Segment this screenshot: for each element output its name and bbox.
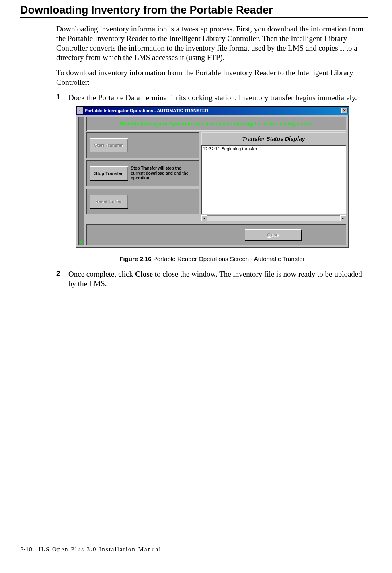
close-icon[interactable]: ✕ — [341, 108, 348, 113]
figure-caption-text: Portable Reader Operations Screen - Auto… — [152, 255, 305, 262]
step-text: Once complete, click Close to close the … — [68, 269, 368, 289]
reset-buffer-panel: Reset Buffer — [86, 189, 199, 214]
step-number: 2 — [56, 269, 68, 289]
stop-transfer-button[interactable]: Stop Transfer — [90, 166, 128, 180]
procedure-list-cont: 2 Once complete, click Close to close th… — [56, 269, 368, 289]
section-heading: Downloading Inventory from the Portable … — [20, 4, 368, 18]
stop-transfer-description: Stop Transfer will stop the current down… — [131, 166, 196, 181]
figure-caption: Figure 2.16 Portable Reader Operations S… — [56, 255, 368, 262]
system-icon: ▪ — [77, 107, 83, 114]
step-number: 1 — [56, 93, 68, 103]
stop-transfer-panel: Stop Transfer Stop Transfer will stop th… — [86, 160, 199, 186]
intro-paragraph-2: To download inventory information from t… — [56, 68, 368, 87]
footer-title: ILS Open Plus 3.0 Installation Manual — [39, 546, 162, 552]
scroll-right-icon[interactable]: ▸ — [340, 215, 346, 221]
start-transfer-panel: Start Transfer — [86, 132, 199, 158]
procedure-list: 1 Dock the Portable Data Terminal in its… — [56, 93, 368, 103]
page-number: 2-10 — [20, 546, 32, 552]
reset-buffer-button[interactable]: Reset Buffer — [90, 195, 128, 208]
figure-label: Figure 2.16 — [119, 255, 151, 262]
sidebar-strip: 2 — [78, 117, 84, 245]
step-text: Dock the Portable Data Terminal in its d… — [68, 93, 368, 103]
horizontal-scrollbar[interactable]: ◂ ▸ — [201, 215, 346, 221]
dialog-window: ▪ Portable Interrogator Operations - AUT… — [76, 106, 349, 248]
list-item: 2 Once complete, click Close to close th… — [56, 269, 368, 289]
detection-banner: Portable Interrogator Operations has det… — [86, 117, 346, 131]
window-title: Portable Interrogator Operations - AUTOM… — [85, 108, 341, 113]
titlebar[interactable]: ▪ Portable Interrogator Operations - AUT… — [76, 107, 349, 115]
scroll-track[interactable] — [207, 215, 340, 221]
bottom-button-bar: Close — [86, 224, 346, 245]
page-footer: 2-10 ILS Open Plus 3.0 Installation Manu… — [20, 546, 161, 553]
close-button[interactable]: Close — [245, 229, 301, 240]
list-item: 1 Dock the Portable Data Terminal in its… — [56, 93, 368, 103]
start-transfer-button[interactable]: Start Transfer — [90, 138, 128, 152]
scroll-left-icon[interactable]: ◂ — [201, 215, 207, 221]
status-log-line: 12:32:11 Beginning transfer... — [203, 146, 261, 151]
status-header: Transfer Status Display — [201, 132, 346, 145]
status-log-textarea[interactable]: 12:32:11 Beginning transfer... — [201, 145, 346, 214]
sidebar-char: 2 — [80, 239, 82, 244]
figure-screenshot: ▪ Portable Interrogator Operations - AUT… — [56, 106, 368, 248]
intro-paragraph-1: Downloading inventory information is a t… — [56, 24, 368, 62]
